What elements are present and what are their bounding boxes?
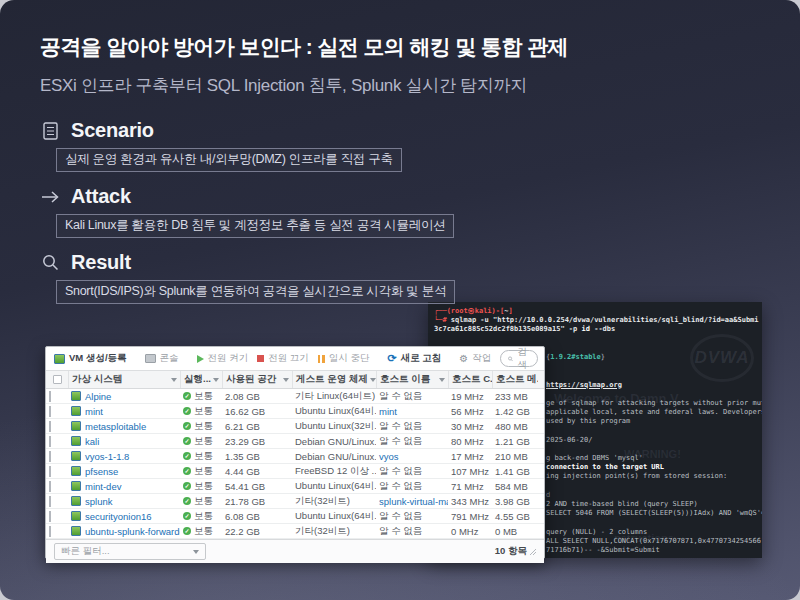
table-row[interactable]: pfsense✓보통4.44 GBFreeBSD 12 이상 ...알 수 없음…	[46, 464, 544, 479]
chevron-down-icon[interactable]	[439, 378, 445, 382]
vm-icon	[71, 451, 81, 461]
column-header[interactable]: 실행...	[180, 371, 222, 388]
column-header[interactable]: 가상 시스템	[68, 371, 180, 388]
vm-name-link[interactable]: securityonion16	[68, 511, 180, 522]
select-all-checkbox[interactable]	[46, 371, 68, 388]
console-icon	[145, 354, 156, 363]
slide-content: 공격을 알아야 방어가 보인다 : 실전 모의 해킹 및 통합 관제 ESXi …	[40, 34, 770, 317]
table-row[interactable]: mint✓보통16.62 GBUbuntu Linux(64비...mint56…	[46, 404, 544, 419]
vm-name-link[interactable]: kali	[68, 436, 180, 447]
row-checkbox[interactable]	[46, 466, 68, 477]
terminal-line: 71716b71)-- -&Submit=Submit	[546, 546, 758, 555]
vm-name-link[interactable]: Alpine	[68, 391, 180, 402]
search-icon	[40, 253, 60, 273]
host-name[interactable]: mint	[376, 406, 448, 417]
status-ok-icon: ✓	[183, 437, 191, 445]
refresh-icon: ⟳	[387, 354, 396, 363]
status-label: 보통	[194, 510, 213, 523]
toolbar-button-actions[interactable]: ⚙작업	[459, 352, 491, 365]
host-memory: 210 MB	[492, 451, 538, 462]
host-memory: 233 MB	[492, 391, 538, 402]
chevron-down-icon[interactable]	[171, 378, 177, 382]
row-checkbox[interactable]	[46, 511, 68, 522]
row-checkbox[interactable]	[46, 496, 68, 507]
status-ok-icon: ✓	[183, 512, 191, 520]
vm-table-body: Alpine✓보통2.08 GB기타 Linux(64비트)알 수 없음19 M…	[46, 389, 544, 539]
quick-filter-dropdown[interactable]: 빠른 필터...	[54, 543, 206, 560]
toolbar-button-label: 일시 중단	[329, 352, 370, 365]
table-row[interactable]: Alpine✓보통2.08 GB기타 Linux(64비트)알 수 없음19 M…	[46, 389, 544, 404]
vm-icon	[71, 526, 81, 536]
column-header[interactable]: 호스트 메...	[492, 371, 538, 388]
vm-name-link[interactable]: vyos-1-1.8	[68, 451, 180, 462]
vm-name-link[interactable]: pfsense	[68, 466, 180, 477]
chevron-down-icon[interactable]	[213, 378, 219, 382]
table-row[interactable]: metasploitable✓보통6.21 GBUbuntu Linux(32비…	[46, 419, 544, 434]
host-cpu: 19 MHz	[448, 391, 492, 402]
column-header[interactable]: 호스트 C...	[448, 371, 492, 388]
used-space: 6.08 GB	[222, 511, 292, 522]
search-input[interactable]: 검색	[500, 350, 538, 367]
arrow-right-icon	[40, 187, 60, 207]
terminal-line: https://sqlmap.org	[546, 381, 758, 390]
vm-name-link[interactable]: mint	[68, 406, 180, 417]
toolbar-button-vm-create[interactable]: VM 생성/등록	[54, 352, 127, 365]
row-checkbox[interactable]	[46, 421, 68, 432]
table-row[interactable]: vyos-1-1.8✓보통1.35 GBDebian GNU/Linux...v…	[46, 449, 544, 464]
terminal-line: query (NULL) - 2 columns	[546, 528, 758, 537]
table-row[interactable]: securityonion16✓보통6.08 GBUbuntu Linux(64…	[46, 509, 544, 524]
status-ok-icon: ✓	[183, 497, 191, 505]
row-checkbox[interactable]	[46, 436, 68, 447]
chevron-down-icon[interactable]	[283, 378, 289, 382]
host-memory: 3.98 GB	[492, 496, 538, 507]
row-checkbox[interactable]	[46, 451, 68, 462]
status-badge: ✓보통	[180, 510, 222, 523]
actions-icon: ⚙	[459, 354, 468, 363]
host-memory: 584 MB	[492, 481, 538, 492]
vm-name-link[interactable]: metasploitable	[68, 421, 180, 432]
chevron-down-icon[interactable]	[370, 378, 376, 382]
toolbar-button-suspend[interactable]: 일시 중단	[318, 352, 370, 365]
checkbox-icon	[49, 406, 51, 417]
row-checkbox[interactable]	[46, 526, 68, 537]
section-attack: Attack Kali Linux를 활용한 DB 침투 및 계정정보 추출 등…	[40, 185, 770, 238]
toolbar-button-console[interactable]: 콘솔	[145, 352, 179, 365]
search-icon	[508, 355, 513, 363]
host-memory: 1.42 GB	[492, 406, 538, 417]
esxi-vm-list-window: VM 생성/등록콘솔전원 켜기전원 끄기일시 중단⟳새로 고침⚙작업검색 가상 …	[45, 346, 545, 559]
resize-grip-icon[interactable]	[530, 549, 536, 555]
table-row[interactable]: mint-dev✓보통54.41 GBUbuntu Linux(64비...알 …	[46, 479, 544, 494]
vm-icon	[71, 481, 81, 491]
host-name[interactable]: vyos	[376, 451, 448, 462]
toolbar-button-power-off[interactable]: 전원 끄기	[257, 352, 309, 365]
host-memory: 0 MB	[492, 526, 538, 537]
row-checkbox[interactable]	[46, 481, 68, 492]
table-row[interactable]: ubuntu-splunk-forwarder✓보통22.2 GB기타(32비트…	[46, 524, 544, 539]
toolbar-button-refresh[interactable]: ⟳새로 고침	[387, 352, 441, 365]
host-name: 알 수 없음	[376, 390, 448, 403]
column-header[interactable]: 게스트 운영 체제	[292, 371, 376, 388]
status-label: 보통	[194, 450, 213, 463]
vm-name-link[interactable]: splunk	[68, 496, 180, 507]
vm-name: splunk	[85, 496, 112, 507]
checkbox-icon	[49, 526, 51, 537]
host-name[interactable]: splunk-virtual-mac...	[376, 496, 448, 507]
item-count: 10 항목	[495, 545, 536, 558]
status-badge: ✓보통	[180, 525, 222, 538]
checkbox-icon	[49, 511, 51, 522]
search-placeholder: 검색	[517, 346, 529, 372]
checkbox-icon	[49, 451, 51, 462]
table-row[interactable]: kali✓보통23.29 GBDebian GNU/Linux...알 수 없음…	[46, 434, 544, 449]
vm-name-link[interactable]: mint-dev	[68, 481, 180, 492]
toolbar-button-power-on[interactable]: 전원 켜기	[197, 352, 249, 365]
status-label: 보통	[194, 390, 213, 403]
column-header[interactable]: 사용된 공간	[222, 371, 292, 388]
status-badge: ✓보통	[180, 390, 222, 403]
column-header[interactable]: 호스트 이름	[376, 371, 448, 388]
suspend-icon	[318, 355, 325, 363]
row-checkbox[interactable]	[46, 391, 68, 402]
table-row[interactable]: splunk✓보통21.78 GB기타(32비트)splunk-virtual-…	[46, 494, 544, 509]
vm-name-link[interactable]: ubuntu-splunk-forwarder	[68, 526, 180, 537]
toolbar-button-label: 전원 켜기	[208, 352, 249, 365]
row-checkbox[interactable]	[46, 406, 68, 417]
